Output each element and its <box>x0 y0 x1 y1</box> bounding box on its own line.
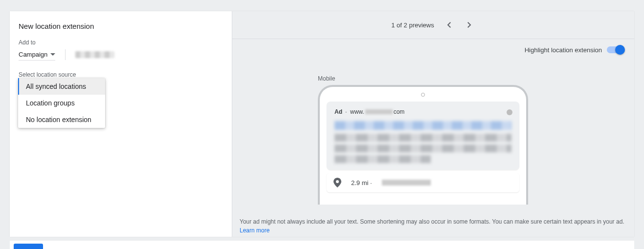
extension-editor: New location extension Add to Campaign S… <box>10 11 634 237</box>
footer-bar <box>10 241 634 249</box>
phone-camera-icon <box>421 93 425 97</box>
addto-row: Campaign <box>19 49 222 61</box>
caret-down-icon <box>50 53 55 56</box>
ad-headline-redacted <box>334 121 511 130</box>
ad-desc-line2-redacted <box>334 145 511 152</box>
pin-icon <box>333 178 341 187</box>
info-icon <box>507 109 512 115</box>
preview-panel: 1 of 2 previews Highlight location exten… <box>232 11 634 237</box>
dropdown-option-no-extension[interactable]: No location extension <box>18 111 105 128</box>
level-select[interactable]: Campaign <box>19 49 55 61</box>
highlight-toggle[interactable] <box>607 46 623 53</box>
ad-domain-redacted <box>365 109 393 114</box>
highlight-toggle-row: Highlight location extension <box>232 39 634 61</box>
ad-desc-line3-redacted <box>334 155 431 163</box>
addto-label: Add to <box>19 39 222 46</box>
ad-desc-line1-redacted <box>334 134 511 142</box>
campaign-name-redacted <box>75 51 114 58</box>
preview-area: Mobile Ad · www. com <box>232 61 634 237</box>
location-distance: 2.9 mi · <box>351 179 372 187</box>
device-label: Mobile <box>318 75 335 82</box>
ad-preview-card: Ad · www. com <box>327 102 519 170</box>
primary-action-button-partial[interactable] <box>14 244 43 249</box>
phone-mockup: Ad · www. com 2.9 mi · <box>318 85 528 205</box>
preview-counter: 1 of 2 previews <box>391 21 434 29</box>
prev-preview-button[interactable] <box>443 19 455 31</box>
dropdown-option-location-groups[interactable]: Location groups <box>18 95 105 111</box>
level-select-label: Campaign <box>19 51 47 58</box>
learn-more-link[interactable]: Learn more <box>240 227 269 234</box>
ad-url-prefix: www. <box>350 108 364 115</box>
preview-counter-group: 1 of 2 previews <box>391 19 475 31</box>
ad-dot: · <box>345 108 350 115</box>
source-label: Select location source <box>19 71 222 78</box>
toggle-knob <box>615 45 625 55</box>
ad-badge: Ad <box>334 108 342 115</box>
location-extension-row: 2.9 mi · <box>327 173 519 192</box>
chevron-right-icon <box>467 22 471 28</box>
next-preview-button[interactable] <box>464 19 475 31</box>
preview-header: 1 of 2 previews <box>232 11 634 39</box>
config-panel: New location extension Add to Campaign S… <box>10 11 232 237</box>
chevron-left-icon <box>447 22 451 28</box>
divider <box>65 49 66 60</box>
panel-title: New location extension <box>19 22 222 30</box>
dropdown-option-all-synced[interactable]: All synced locations <box>18 78 105 95</box>
disclaimer-text: Your ad might not always include all you… <box>240 217 624 235</box>
ad-url-suffix: com <box>394 108 405 115</box>
ad-attribution-row: Ad · www. com <box>327 102 519 120</box>
location-text-redacted <box>382 180 431 186</box>
highlight-label: Highlight location extension <box>525 46 602 54</box>
location-source-dropdown[interactable]: All synced locations Location groups No … <box>18 78 105 128</box>
